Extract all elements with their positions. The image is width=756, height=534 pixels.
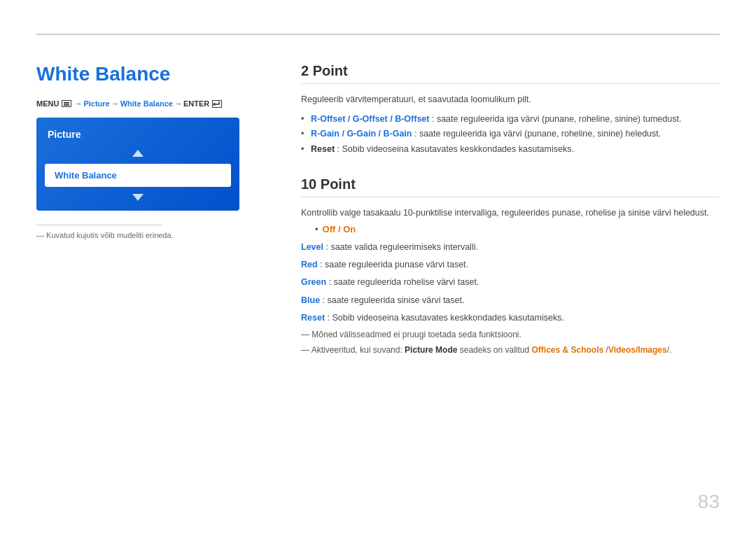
- sub-bullet-container: • Off / On: [301, 224, 720, 234]
- level-bold: Level: [301, 242, 323, 252]
- picture-box-title: Picture: [36, 125, 239, 147]
- menu-arrow2: →: [111, 99, 119, 108]
- right-panel: 2 Point Reguleerib värvitemperatuuri, et…: [301, 63, 720, 359]
- section1-bullets: R-Offset / G-Offset / B-Offset : saate r…: [301, 112, 720, 157]
- menu-white-balance: White Balance: [120, 99, 173, 108]
- field-blue: Blue : saate reguleerida sinise värvi ta…: [301, 293, 720, 308]
- page-number: 83: [698, 491, 720, 513]
- off-on-label: Off / On: [323, 224, 356, 234]
- menu-picture: Picture: [83, 99, 109, 108]
- field-reset: Reset : Sobib videoseina kasutavates kes…: [301, 311, 720, 325]
- bullet3-rest: : Sobib videoseina kasutavates keskkonda…: [337, 144, 574, 154]
- bullet-2: R-Gain / G-Gain / B-Gain : saate regulee…: [301, 127, 720, 141]
- reset-rest: : Sobib videoseina kasutavates keskkonda…: [328, 313, 564, 323]
- arrow-down-container[interactable]: [36, 191, 239, 204]
- bullet-3: Reset : Sobib videoseina kasutavates kes…: [301, 142, 720, 157]
- top-divider: [36, 34, 720, 35]
- bullet1-rest: : saate reguleerida iga värvi (punane, r…: [432, 114, 681, 124]
- arrow-up-icon[interactable]: [132, 150, 144, 157]
- blue-rest: : saate reguleerida sinise värvi taset.: [323, 295, 465, 305]
- picture-mode-label: Picture Mode: [405, 345, 457, 355]
- menu-icon: [62, 100, 71, 107]
- videos-label: Videos/Images: [608, 345, 667, 355]
- bullet1-bold: R-Offset / G-Offset / B-Offset: [311, 114, 429, 124]
- bullet2-bold: R-Gain / G-Gain / B-Gain: [311, 129, 412, 139]
- note2: ― Aktiveeritud, kui suvand: Picture Mode…: [301, 344, 720, 357]
- section1-desc: Reguleerib värvitemperatuuri, et saavuta…: [301, 92, 720, 106]
- enter-icon: [212, 100, 222, 108]
- bullet-1: R-Offset / G-Offset / B-Offset : saate r…: [301, 112, 720, 127]
- left-panel: White Balance MENU → Picture → White Bal…: [36, 42, 260, 239]
- menu-path: MENU → Picture → White Balance → ENTER: [36, 99, 260, 108]
- page-title: White Balance: [36, 63, 260, 85]
- blue-bold: Blue: [301, 295, 320, 305]
- green-bold: Green: [301, 277, 326, 287]
- white-balance-menu-item[interactable]: White Balance: [45, 164, 231, 187]
- menu-arrow1: →: [74, 99, 82, 108]
- section1-title: 2 Point: [301, 63, 720, 84]
- short-divider: [36, 225, 162, 225]
- red-bold: Red: [301, 260, 318, 269]
- field-red: Red : saate reguleerida punase värvi tas…: [301, 258, 720, 272]
- menu-label: MENU: [36, 99, 59, 108]
- level-rest: : saate valida reguleerimiseks intervall…: [326, 242, 477, 252]
- picture-menu-box: Picture White Balance: [36, 118, 239, 211]
- field-level: Level : saate valida reguleerimiseks int…: [301, 240, 720, 255]
- arrow-down-icon[interactable]: [132, 194, 144, 201]
- bullet3-bold: Reset: [311, 144, 335, 154]
- arrow-up-container[interactable]: [36, 147, 239, 160]
- sub-bullet-dot: •: [315, 224, 318, 234]
- image-note: ― Kuvatud kujutis võib mudeliti erineda.: [36, 231, 260, 239]
- menu-arrow3: →: [174, 99, 182, 108]
- bullet2-rest: : saate reguleerida iga värvi (punane, r…: [414, 129, 661, 139]
- field-green: Green : saate reguleerida rohelise värvi…: [301, 275, 720, 290]
- reset-bold: Reset: [301, 313, 325, 323]
- red-rest: : saate reguleerida punase värvi taset.: [320, 260, 468, 269]
- note1: ― Mõned välisseadmed ei pruugi toetada s…: [301, 328, 720, 342]
- section2-title: 10 Point: [301, 176, 720, 197]
- section2-desc: Kontrollib valge tasakaalu 10-punktilise…: [301, 206, 720, 220]
- offices-label: Offices & Schools: [532, 345, 604, 355]
- enter-label: ENTER: [183, 99, 209, 108]
- green-rest: : saate reguleerida rohelise värvi taset…: [329, 277, 479, 287]
